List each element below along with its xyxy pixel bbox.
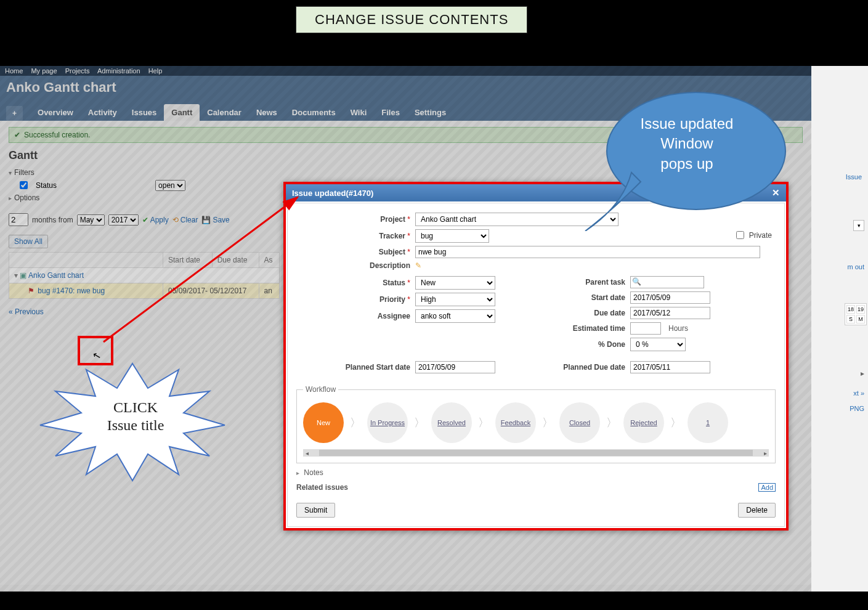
chevron-right-icon: ▸ <box>296 470 299 476</box>
new-issue-link[interactable]: Issue <box>843 171 864 183</box>
tab-settings[interactable]: Settings <box>407 104 453 121</box>
export-png-link[interactable]: PNG <box>850 405 864 412</box>
months-from-label: months from <box>32 216 73 224</box>
apply-button[interactable]: ✔ Apply <box>142 216 169 224</box>
assignee-select[interactable]: anko soft <box>415 309 495 323</box>
options-label: Options <box>14 193 39 202</box>
planned-start-input[interactable] <box>415 361 495 373</box>
modal-body: Private Project * Anko Gantt chart Track… <box>287 203 785 527</box>
status-checkbox[interactable] <box>20 181 28 189</box>
annotation-starburst: CLICK Issue title <box>37 360 228 484</box>
top-projects[interactable]: Projects <box>65 67 90 75</box>
top-menu: Home My page Projects Administration Hel… <box>0 66 811 76</box>
calendar-fragment: 1819 SM <box>845 303 867 325</box>
reload-icon: ⟲ <box>172 216 179 224</box>
speech-line2: Window <box>616 134 758 153</box>
scroll-left-icon[interactable]: ◂ <box>303 450 310 457</box>
due-date-input[interactable] <box>630 307 710 319</box>
top-help[interactable]: Help <box>148 67 163 75</box>
status-select[interactable]: New <box>415 276 495 290</box>
workflow-step-closed[interactable]: Closed <box>559 402 600 443</box>
workflow-step-new[interactable]: New <box>303 402 344 443</box>
tab-files[interactable]: Files <box>374 104 407 121</box>
chevron-right-icon: 〉 <box>350 415 361 430</box>
col-assignee: As <box>259 253 279 268</box>
add-tab-button[interactable]: + <box>6 106 23 121</box>
zoom-out-link[interactable]: m out <box>847 263 864 270</box>
issue-assignee: an <box>259 283 279 299</box>
private-checkbox[interactable] <box>736 231 744 239</box>
annotation-speech-bubble: Issue updated Window pops up <box>579 83 776 219</box>
tab-gantt[interactable]: Gantt <box>164 104 200 121</box>
project-row[interactable]: ▾ ▣ Anko Gantt chart <box>9 268 280 283</box>
start-date-input[interactable] <box>630 291 710 304</box>
issue-title-link[interactable]: bug #1470: nwe bug <box>38 287 105 295</box>
workflow-step-resolved[interactable]: Resolved <box>431 402 472 443</box>
planned-due-input[interactable] <box>630 361 710 373</box>
workflow-step-inprogress[interactable]: In Progress <box>367 402 408 443</box>
percent-done-select[interactable]: 0 % <box>630 338 686 351</box>
top-home[interactable]: Home <box>5 67 23 75</box>
workflow-step-feedback[interactable]: Feedback <box>495 402 536 443</box>
filters-label: Filters <box>14 168 34 177</box>
workflow-legend: Workflow <box>303 385 338 394</box>
tab-issues[interactable]: Issues <box>124 104 164 121</box>
workflow-step-rejected[interactable]: Rejected <box>623 402 664 443</box>
scrollbar-thumb[interactable] <box>319 450 753 456</box>
tracker-select[interactable]: bug <box>415 229 489 243</box>
tab-documents[interactable]: Documents <box>285 104 343 121</box>
months-count-input[interactable] <box>9 213 28 226</box>
scroll-right-icon[interactable]: ▸ <box>861 369 864 378</box>
tab-overview[interactable]: Overview <box>30 104 81 121</box>
next-link[interactable]: xt » <box>853 389 864 397</box>
top-administration[interactable]: Administration <box>97 67 140 75</box>
workflow-scrollbar[interactable]: ◂ ▸ <box>303 449 769 457</box>
subject-input[interactable] <box>415 246 760 258</box>
tracker-label: Tracker * <box>296 232 410 240</box>
pencil-icon[interactable]: ✎ <box>415 261 421 270</box>
previous-link[interactable]: « Previous <box>9 307 44 316</box>
add-related-button[interactable]: Add <box>758 483 776 492</box>
gantt-table: Start date Due date As ▾ ▣ Anko Gantt ch… <box>9 252 280 299</box>
project-name-link[interactable]: Anko Gantt chart <box>28 271 84 280</box>
delete-button[interactable]: Delete <box>738 503 776 518</box>
check-icon: ✔ <box>14 131 20 139</box>
chevron-right-icon: ▸ <box>9 195 12 201</box>
instruction-banner: CHANGE ISSUE CONTENTS <box>296 6 527 33</box>
dropdown-corner[interactable]: ▾ <box>853 220 864 231</box>
planned-start-label: Planned Start date <box>296 363 410 372</box>
workflow-step-extra[interactable]: 1 <box>688 402 728 443</box>
scroll-right-icon[interactable]: ▸ <box>761 450 769 457</box>
clear-button[interactable]: ⟲ Clear <box>172 216 198 224</box>
year-select[interactable]: 2017 <box>108 214 139 226</box>
status-select[interactable]: open <box>155 180 185 191</box>
hours-label: Hours <box>668 324 688 333</box>
percent-done-label: % Done <box>545 340 625 349</box>
issue-row[interactable]: ⚑ bug #1470: nwe bug 05/09/2017- 05/12/2… <box>9 283 280 299</box>
workflow-fieldset: Workflow New 〉 In Progress 〉 Resolved 〉 … <box>296 385 776 463</box>
show-all-button[interactable]: Show All <box>9 235 48 248</box>
month-select[interactable]: May <box>77 214 105 226</box>
tab-calendar[interactable]: Calendar <box>200 104 249 121</box>
estimated-time-input[interactable] <box>630 322 661 335</box>
apply-label: Apply <box>150 216 169 224</box>
tab-news[interactable]: News <box>249 104 285 121</box>
chevron-right-icon: 〉 <box>606 415 617 430</box>
starburst-line2: Issue title <box>80 417 191 434</box>
start-date-label: Start date <box>545 293 625 302</box>
submit-button[interactable]: Submit <box>296 503 335 518</box>
tab-activity[interactable]: Activity <box>81 104 124 121</box>
priority-select[interactable]: High <box>415 293 495 306</box>
save-label: Save <box>213 216 229 224</box>
save-button[interactable]: 💾 Save <box>201 216 229 224</box>
top-my-page[interactable]: My page <box>31 67 57 75</box>
subject-label: Subject * <box>296 248 410 256</box>
assignee-label: Assignee <box>296 312 410 320</box>
private-label: Private <box>749 231 772 240</box>
priority-label: Priority * <box>296 295 410 304</box>
issue-update-modal: Issue updated(#1470) ✕ Private Project *… <box>283 182 789 531</box>
parent-task-input[interactable] <box>630 276 704 288</box>
modal-footer: Submit Delete <box>296 503 776 518</box>
notes-toggle[interactable]: ▸ Notes <box>296 468 776 477</box>
tab-wiki[interactable]: Wiki <box>343 104 375 121</box>
